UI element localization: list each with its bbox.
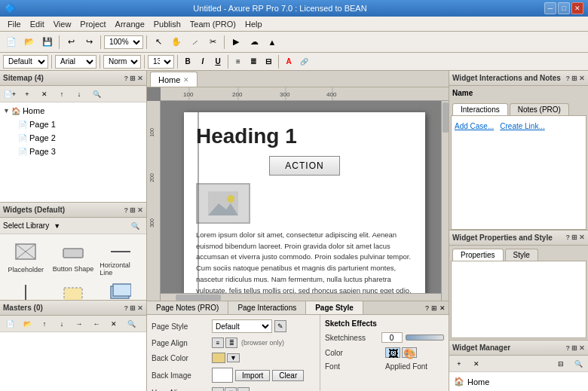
menu-project[interactable]: Project — [75, 18, 110, 30]
wm-float-icon[interactable]: ⊞ — [571, 344, 577, 352]
redo-btn[interactable]: ↪ — [81, 35, 97, 50]
page-style-select[interactable]: Default — [212, 319, 272, 333]
sitemap-page2[interactable]: 📄 Page 2 — [2, 131, 145, 145]
int-help-icon[interactable]: ? — [566, 75, 571, 82]
sitemap-up-btn[interactable]: ↑ — [54, 87, 70, 102]
props-close-icon[interactable]: ✕ — [579, 234, 585, 241]
bottom-help-icon[interactable]: ? — [425, 304, 429, 312]
undo-btn[interactable]: ↩ — [63, 35, 79, 50]
clear-button[interactable]: Clear — [272, 370, 304, 381]
horz-align-right-btn[interactable]: →| — [237, 387, 250, 391]
action-button[interactable]: ACTION — [269, 156, 339, 176]
align-right-btn[interactable]: ⊟ — [262, 55, 275, 69]
save-btn[interactable]: 💾 — [39, 35, 56, 50]
int-close-icon[interactable]: ✕ — [579, 75, 585, 82]
underline-btn[interactable]: U — [211, 55, 225, 69]
tab-properties[interactable]: Properties — [452, 249, 504, 261]
masters-help-icon[interactable]: ? — [124, 304, 129, 312]
back-color-dropdown-btn[interactable]: ▼ — [227, 353, 240, 362]
sitemap-add-btn[interactable]: + — [19, 87, 35, 102]
tab-page-notes[interactable]: Page Notes (PRO) — [147, 301, 228, 314]
hand-btn[interactable]: ✋ — [168, 35, 185, 50]
color-btn[interactable]: A — [282, 55, 296, 69]
tab-notes-pro[interactable]: Notes (PRO) — [510, 103, 569, 115]
page-style-edit-btn[interactable]: ✎ — [274, 320, 286, 332]
masters-left-btn[interactable]: ← — [88, 316, 105, 331]
menu-arrange[interactable]: Arrange — [111, 18, 149, 30]
sitemap-help-icon[interactable]: ? — [124, 75, 129, 82]
share-btn[interactable]: ☁ — [246, 35, 262, 50]
add-case-link[interactable]: Add Case... — [455, 122, 494, 130]
align-left-btn[interactable]: ≡ — [231, 55, 245, 69]
wm-filter-btn[interactable]: ⊟ — [553, 356, 569, 371]
widget-placeholder[interactable]: Placeholder — [3, 237, 49, 279]
tab-home[interactable]: Home ✕ — [150, 72, 198, 87]
menu-publish[interactable]: Publish — [149, 18, 185, 30]
wm-search-btn[interactable]: 🔍 — [570, 356, 586, 371]
masters-up-btn[interactable]: ↑ — [36, 316, 53, 331]
crop-btn[interactable]: ✂ — [204, 35, 221, 50]
widget-horizontal-line[interactable]: Horizontal Line — [97, 237, 143, 279]
h-scrollbar[interactable] — [161, 293, 441, 301]
sitemap-add-child-btn[interactable]: 📄+ — [2, 87, 18, 102]
page-align-center-btn[interactable]: ≣ — [225, 338, 237, 348]
back-color-swatch[interactable] — [212, 353, 225, 363]
masters-folder-btn[interactable]: 📂 — [19, 316, 35, 331]
para-style-select[interactable]: Normal — [103, 55, 141, 69]
bottom-float-icon[interactable]: ⊞ — [431, 304, 437, 312]
widgets-help-icon[interactable]: ? — [124, 206, 129, 214]
pointer-btn[interactable]: ↖ — [150, 35, 167, 50]
tab-page-interactions[interactable]: Page Interactions — [228, 301, 306, 314]
sitemap-page3[interactable]: 📄 Page 3 — [2, 145, 145, 158]
menu-file[interactable]: File — [3, 18, 26, 30]
canvas-container[interactable]: 100 200 300 400 100 200 300 — [147, 87, 449, 301]
widgets-float-icon[interactable]: ⊞ — [130, 206, 136, 214]
canvas-work-area[interactable]: Heading 1 ACTION Lorem ipsum dolor sit a… — [161, 101, 449, 301]
maximize-button[interactable]: □ — [558, 2, 570, 14]
sitemap-down-btn[interactable]: ↓ — [71, 87, 87, 102]
create-link-link[interactable]: Create Link... — [500, 122, 544, 130]
tab-home-close-icon[interactable]: ✕ — [183, 76, 189, 84]
connect-btn[interactable]: ⟋ — [186, 35, 203, 50]
tab-page-style[interactable]: Page Style — [306, 301, 363, 314]
props-float-icon[interactable]: ⊞ — [571, 234, 577, 241]
sitemap-delete-btn[interactable]: ✕ — [36, 87, 53, 102]
widget-vertical-line[interactable]: Vertical Line — [3, 280, 49, 300]
page-align-left-btn[interactable]: ≡ — [212, 338, 224, 348]
sitemap-float-icon[interactable]: ⊞ — [130, 75, 136, 82]
v-scrollbar[interactable] — [441, 101, 449, 301]
sitemap-root-item[interactable]: ▼ 🏠 Home — [2, 104, 145, 118]
zoom-select[interactable]: 100% 75% 150% — [104, 35, 143, 49]
wm-close-icon[interactable]: ✕ — [579, 344, 585, 352]
sketch-color-btn2[interactable]: 🎨 — [402, 347, 417, 358]
v-scrollbar-thumb[interactable] — [443, 102, 449, 133]
widget-hot-spot[interactable]: Hot Spot — [51, 280, 96, 300]
h-scrollbar-thumb[interactable] — [176, 295, 221, 301]
horz-align-center-btn[interactable]: ⊟ — [225, 387, 237, 391]
import-button[interactable]: Import — [235, 370, 270, 381]
sitemap-search-btn[interactable]: 🔍 — [88, 87, 105, 102]
masters-right-btn[interactable]: → — [71, 316, 87, 331]
font-select[interactable]: Arial — [55, 55, 96, 69]
sketch-color-btn1[interactable]: 🖼 — [385, 347, 400, 358]
tab-style[interactable]: Style — [505, 249, 538, 261]
masters-delete-btn[interactable]: ✕ — [106, 316, 122, 331]
bottom-close-icon[interactable]: ✕ — [439, 304, 446, 312]
sitemap-page1[interactable]: 📄 Page 1 — [2, 118, 145, 131]
style-select[interactable]: Default — [3, 55, 48, 69]
wm-add-btn[interactable]: + — [451, 356, 467, 371]
sitemap-close-icon[interactable]: ✕ — [137, 75, 143, 82]
publish-btn[interactable]: ▲ — [264, 35, 280, 50]
sketchiness-input[interactable] — [381, 332, 403, 343]
wm-home-item[interactable]: 🏠 Home — [452, 375, 585, 388]
preview-btn[interactable]: ▶ — [228, 35, 244, 50]
props-help-icon[interactable]: ? — [566, 234, 571, 241]
library-dropdown-icon[interactable]: ▼ — [54, 222, 60, 230]
open-btn[interactable]: 📂 — [21, 35, 38, 50]
close-button[interactable]: ✕ — [571, 2, 583, 14]
minimize-button[interactable]: ─ — [544, 2, 556, 14]
font-size-select[interactable]: 13 — [148, 55, 174, 69]
horz-align-left-btn[interactable]: |← — [212, 387, 224, 391]
widget-button-shape[interactable]: Button Shape — [51, 237, 96, 279]
new-btn[interactable]: 📄 — [3, 35, 20, 50]
